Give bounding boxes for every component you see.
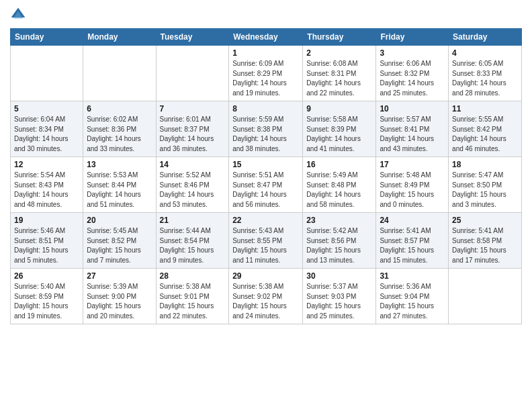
day-number: 22 xyxy=(232,216,299,225)
day-header-wednesday: Wednesday xyxy=(229,29,303,46)
day-info: Sunrise: 5:44 AM Sunset: 8:54 PM Dayligh… xyxy=(160,226,226,265)
day-number: 26 xyxy=(14,271,79,281)
calendar-week-2: 5Sunrise: 6:04 AM Sunset: 8:34 PM Daylig… xyxy=(11,101,522,157)
day-number: 21 xyxy=(160,216,226,225)
day-number: 5 xyxy=(14,104,79,113)
calendar-cell: 26Sunrise: 5:40 AM Sunset: 8:59 PM Dayli… xyxy=(11,269,83,324)
day-info: Sunrise: 5:38 AM Sunset: 9:01 PM Dayligh… xyxy=(160,282,226,321)
calendar-cell: 15Sunrise: 5:51 AM Sunset: 8:47 PM Dayli… xyxy=(229,157,303,213)
day-number: 14 xyxy=(160,160,226,169)
day-number: 17 xyxy=(380,160,445,169)
calendar-cell: 20Sunrise: 5:45 AM Sunset: 8:52 PM Dayli… xyxy=(83,213,156,269)
day-info: Sunrise: 5:41 AM Sunset: 8:57 PM Dayligh… xyxy=(380,226,445,265)
day-info: Sunrise: 5:41 AM Sunset: 8:58 PM Dayligh… xyxy=(452,226,518,265)
calendar-week-1: 1Sunrise: 6:09 AM Sunset: 8:29 PM Daylig… xyxy=(11,46,522,101)
calendar-cell: 8Sunrise: 5:59 AM Sunset: 8:38 PM Daylig… xyxy=(229,101,303,157)
calendar-cell: 6Sunrise: 6:02 AM Sunset: 8:36 PM Daylig… xyxy=(83,101,156,157)
calendar-cell xyxy=(449,269,522,324)
calendar-cell: 7Sunrise: 6:01 AM Sunset: 8:37 PM Daylig… xyxy=(156,101,229,157)
calendar-cell: 28Sunrise: 5:38 AM Sunset: 9:01 PM Dayli… xyxy=(156,269,229,324)
day-number: 11 xyxy=(452,104,518,113)
day-number: 2 xyxy=(306,48,372,58)
day-info: Sunrise: 5:52 AM Sunset: 8:46 PM Dayligh… xyxy=(160,171,226,210)
calendar-cell: 4Sunrise: 6:05 AM Sunset: 8:33 PM Daylig… xyxy=(449,46,522,101)
day-info: Sunrise: 5:48 AM Sunset: 8:49 PM Dayligh… xyxy=(380,171,445,210)
day-number: 10 xyxy=(380,104,445,113)
calendar-cell: 9Sunrise: 5:58 AM Sunset: 8:39 PM Daylig… xyxy=(303,101,376,157)
day-header-monday: Monday xyxy=(83,29,156,46)
day-info: Sunrise: 6:01 AM Sunset: 8:37 PM Dayligh… xyxy=(160,115,226,154)
calendar-cell: 31Sunrise: 5:36 AM Sunset: 9:04 PM Dayli… xyxy=(376,269,449,324)
day-info: Sunrise: 5:39 AM Sunset: 9:00 PM Dayligh… xyxy=(87,282,152,321)
calendar-cell: 30Sunrise: 5:37 AM Sunset: 9:03 PM Dayli… xyxy=(303,269,376,324)
calendar-cell: 18Sunrise: 5:47 AM Sunset: 8:50 PM Dayli… xyxy=(449,157,522,213)
calendar-header-row: SundayMondayTuesdayWednesdayThursdayFrid… xyxy=(11,29,522,46)
calendar-cell: 19Sunrise: 5:46 AM Sunset: 8:51 PM Dayli… xyxy=(11,213,83,269)
day-info: Sunrise: 5:40 AM Sunset: 8:59 PM Dayligh… xyxy=(14,282,79,321)
day-info: Sunrise: 5:43 AM Sunset: 8:55 PM Dayligh… xyxy=(232,226,299,265)
day-info: Sunrise: 6:06 AM Sunset: 8:32 PM Dayligh… xyxy=(380,59,445,98)
calendar-cell: 3Sunrise: 6:06 AM Sunset: 8:32 PM Daylig… xyxy=(376,46,449,101)
day-number: 16 xyxy=(306,160,372,169)
day-info: Sunrise: 5:59 AM Sunset: 8:38 PM Dayligh… xyxy=(232,115,299,154)
header xyxy=(10,7,522,23)
day-number: 24 xyxy=(380,216,445,225)
day-number: 1 xyxy=(232,48,299,58)
day-info: Sunrise: 5:36 AM Sunset: 9:04 PM Dayligh… xyxy=(380,282,445,321)
day-number: 9 xyxy=(306,104,372,113)
day-info: Sunrise: 5:53 AM Sunset: 8:44 PM Dayligh… xyxy=(87,171,152,210)
calendar-cell: 11Sunrise: 5:55 AM Sunset: 8:42 PM Dayli… xyxy=(449,101,522,157)
day-header-thursday: Thursday xyxy=(303,29,376,46)
day-info: Sunrise: 5:38 AM Sunset: 9:02 PM Dayligh… xyxy=(232,282,299,321)
day-number: 8 xyxy=(232,104,299,113)
day-number: 15 xyxy=(232,160,299,169)
day-number: 31 xyxy=(380,271,445,281)
calendar-cell: 12Sunrise: 5:54 AM Sunset: 8:43 PM Dayli… xyxy=(11,157,83,213)
day-number: 28 xyxy=(160,271,226,281)
calendar-cell: 16Sunrise: 5:49 AM Sunset: 8:48 PM Dayli… xyxy=(303,157,376,213)
day-info: Sunrise: 6:02 AM Sunset: 8:36 PM Dayligh… xyxy=(87,115,152,154)
day-info: Sunrise: 6:04 AM Sunset: 8:34 PM Dayligh… xyxy=(14,115,79,154)
day-info: Sunrise: 6:05 AM Sunset: 8:33 PM Dayligh… xyxy=(452,59,518,98)
day-number: 6 xyxy=(87,104,152,113)
calendar-cell: 27Sunrise: 5:39 AM Sunset: 9:00 PM Dayli… xyxy=(83,269,156,324)
day-info: Sunrise: 5:57 AM Sunset: 8:41 PM Dayligh… xyxy=(380,115,445,154)
calendar-cell xyxy=(11,46,83,101)
calendar-cell: 13Sunrise: 5:53 AM Sunset: 8:44 PM Dayli… xyxy=(83,157,156,213)
day-info: Sunrise: 5:46 AM Sunset: 8:51 PM Dayligh… xyxy=(14,226,79,265)
calendar-cell: 2Sunrise: 6:08 AM Sunset: 8:31 PM Daylig… xyxy=(303,46,376,101)
day-header-friday: Friday xyxy=(376,29,449,46)
calendar-cell xyxy=(156,46,229,101)
day-header-saturday: Saturday xyxy=(449,29,522,46)
calendar-cell: 14Sunrise: 5:52 AM Sunset: 8:46 PM Dayli… xyxy=(156,157,229,213)
logo-icon xyxy=(10,7,26,23)
day-info: Sunrise: 5:42 AM Sunset: 8:56 PM Dayligh… xyxy=(306,226,372,265)
day-number: 18 xyxy=(452,160,518,169)
day-number: 23 xyxy=(306,216,372,225)
day-number: 25 xyxy=(452,216,518,225)
day-info: Sunrise: 5:55 AM Sunset: 8:42 PM Dayligh… xyxy=(452,115,518,154)
day-number: 19 xyxy=(14,216,79,225)
logo xyxy=(10,7,29,23)
day-number: 4 xyxy=(452,48,518,58)
day-number: 29 xyxy=(232,271,299,281)
day-number: 13 xyxy=(87,160,152,169)
day-number: 12 xyxy=(14,160,79,169)
day-header-sunday: Sunday xyxy=(11,29,83,46)
day-info: Sunrise: 6:09 AM Sunset: 8:29 PM Dayligh… xyxy=(232,59,299,98)
calendar-cell: 5Sunrise: 6:04 AM Sunset: 8:34 PM Daylig… xyxy=(11,101,83,157)
calendar-cell: 24Sunrise: 5:41 AM Sunset: 8:57 PM Dayli… xyxy=(376,213,449,269)
calendar-cell xyxy=(83,46,156,101)
day-info: Sunrise: 5:54 AM Sunset: 8:43 PM Dayligh… xyxy=(14,171,79,210)
calendar-table: SundayMondayTuesdayWednesdayThursdayFrid… xyxy=(10,28,522,324)
calendar-week-3: 12Sunrise: 5:54 AM Sunset: 8:43 PM Dayli… xyxy=(11,157,522,213)
day-info: Sunrise: 5:45 AM Sunset: 8:52 PM Dayligh… xyxy=(87,226,152,265)
day-header-tuesday: Tuesday xyxy=(156,29,229,46)
calendar-page: SundayMondayTuesdayWednesdayThursdayFrid… xyxy=(0,0,532,411)
calendar-cell: 25Sunrise: 5:41 AM Sunset: 8:58 PM Dayli… xyxy=(449,213,522,269)
calendar-cell: 21Sunrise: 5:44 AM Sunset: 8:54 PM Dayli… xyxy=(156,213,229,269)
day-info: Sunrise: 5:51 AM Sunset: 8:47 PM Dayligh… xyxy=(232,171,299,210)
day-number: 7 xyxy=(160,104,226,113)
calendar-week-4: 19Sunrise: 5:46 AM Sunset: 8:51 PM Dayli… xyxy=(11,213,522,269)
day-info: Sunrise: 5:58 AM Sunset: 8:39 PM Dayligh… xyxy=(306,115,372,154)
